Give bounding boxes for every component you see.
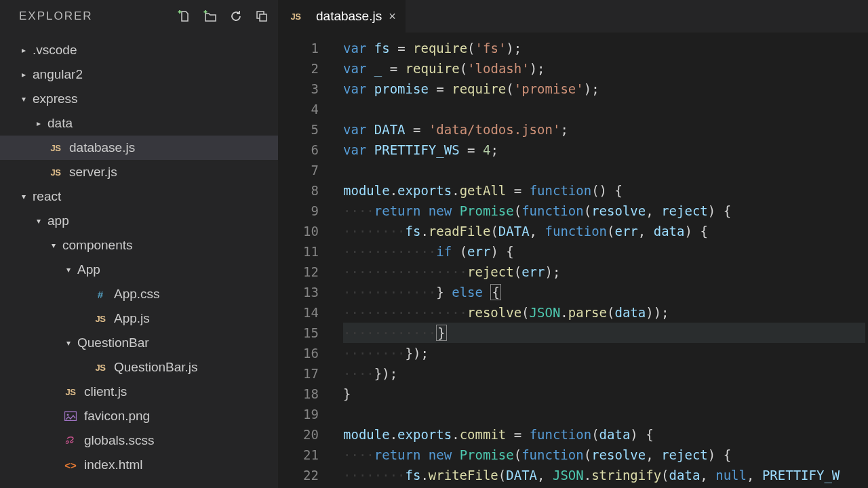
tree-label: data xyxy=(47,116,73,131)
code-line[interactable]: var _ = require('lodash'); xyxy=(343,58,868,79)
line-number: 8 xyxy=(278,180,319,201)
chevron-down-icon[interactable]: ▾ xyxy=(64,338,73,348)
folder-row[interactable]: ▾components xyxy=(0,233,278,258)
app-root: EXPLORER ▸.vscode▸angular2▾express▸dataJ… xyxy=(0,0,868,488)
line-number: 3 xyxy=(278,79,319,99)
tree-label: .vscode xyxy=(33,43,77,58)
folder-row[interactable]: ▾app xyxy=(0,209,278,233)
refresh-icon[interactable] xyxy=(229,9,243,23)
file-row[interactable]: favicon.png xyxy=(0,404,278,428)
line-number: 19 xyxy=(278,404,319,424)
explorer-title: EXPLORER xyxy=(19,9,93,23)
folder-row[interactable]: ▾QuestionBar xyxy=(0,331,278,355)
code-line[interactable]: ········fs.writeFile(DATA, JSON.stringif… xyxy=(343,465,868,485)
chevron-right-icon[interactable]: ▸ xyxy=(19,70,28,79)
chevron-down-icon[interactable]: ▾ xyxy=(19,192,28,201)
code-line[interactable]: ········}); xyxy=(343,343,868,363)
tree-label: App.js xyxy=(114,311,150,326)
line-number: 10 xyxy=(278,221,319,241)
tab-database-js[interactable]: JS database.js × xyxy=(278,0,406,33)
file-row[interactable]: JSApp.js xyxy=(0,306,278,331)
code-line[interactable]: var PRETTIFY_WS = 4; xyxy=(343,140,868,160)
code-line[interactable]: module.exports.commit = function(data) { xyxy=(343,424,868,445)
file-row[interactable]: JSclient.js xyxy=(0,380,278,404)
file-row[interactable]: globals.scss xyxy=(0,428,278,453)
chevron-down-icon[interactable]: ▾ xyxy=(64,265,73,274)
line-number: 12 xyxy=(278,262,319,282)
code-line[interactable]: module.exports.getAll = function() { xyxy=(343,180,868,201)
new-folder-icon[interactable] xyxy=(203,9,217,23)
svg-point-3 xyxy=(67,414,69,416)
line-number: 18 xyxy=(278,384,319,404)
line-number: 4 xyxy=(278,99,319,119)
code-line[interactable]: ····return new Promise(function(resolve,… xyxy=(343,445,868,465)
scss-icon xyxy=(62,434,79,447)
code-line[interactable]: ················resolve(JSON.parse(data)… xyxy=(343,302,868,323)
explorer-sidebar: EXPLORER ▸.vscode▸angular2▾express▸dataJ… xyxy=(0,0,278,488)
tree-label: QuestionBar.js xyxy=(114,360,198,375)
folder-row[interactable]: ▾App xyxy=(0,258,278,282)
folder-row[interactable]: ▸data xyxy=(0,111,278,136)
tree-label: components xyxy=(62,238,133,253)
new-file-icon[interactable] xyxy=(178,9,191,23)
folder-row[interactable]: ▾react xyxy=(0,184,278,209)
code-line[interactable] xyxy=(343,160,868,180)
code-line[interactable]: ············if (err) { xyxy=(343,241,868,262)
line-number: 13 xyxy=(278,282,319,302)
code-line[interactable]: ····}); xyxy=(343,363,868,384)
code-line[interactable]: ········fs.readFile(DATA, function(err, … xyxy=(343,221,868,241)
code-line[interactable]: } xyxy=(343,384,868,404)
chevron-down-icon[interactable]: ▾ xyxy=(34,216,43,226)
chevron-down-icon[interactable]: ▾ xyxy=(49,241,58,250)
file-row[interactable]: <>index.html xyxy=(0,453,278,477)
js-icon: JS xyxy=(62,387,79,397)
chevron-right-icon[interactable]: ▸ xyxy=(19,45,28,55)
file-row[interactable]: JSserver.js xyxy=(0,160,278,184)
line-number: 11 xyxy=(278,241,319,262)
line-number: 17 xyxy=(278,363,319,384)
code-line[interactable]: var DATA = 'data/todos.json'; xyxy=(343,119,868,140)
folder-row[interactable]: ▾express xyxy=(0,87,278,111)
code-line[interactable]: ············} xyxy=(343,323,865,343)
collapse-all-icon[interactable] xyxy=(255,9,269,23)
chevron-down-icon[interactable]: ▾ xyxy=(19,94,28,104)
tree-label: favicon.png xyxy=(84,409,150,424)
tree-label: globals.scss xyxy=(84,433,155,448)
line-number: 20 xyxy=(278,424,319,445)
chevron-right-icon[interactable]: ▸ xyxy=(34,119,43,128)
tree-label: index.html xyxy=(84,458,143,472)
code-line[interactable]: var fs = require('fs'); xyxy=(343,38,868,58)
line-number: 16 xyxy=(278,343,319,363)
code-line[interactable]: ················reject(err); xyxy=(343,262,868,282)
file-tree: ▸.vscode▸angular2▾express▸dataJSdatabase… xyxy=(0,33,278,488)
folder-row[interactable]: ▸angular2 xyxy=(0,62,278,87)
code-line[interactable]: ············} else { xyxy=(343,282,868,302)
svg-rect-1 xyxy=(260,14,267,21)
line-number: 7 xyxy=(278,160,319,180)
line-number: 6 xyxy=(278,140,319,160)
tab-label: database.js xyxy=(316,9,382,24)
tree-label: app xyxy=(47,214,69,228)
line-number: 15 xyxy=(278,323,319,343)
tree-label: react xyxy=(33,189,61,204)
image-icon xyxy=(62,411,79,421)
line-number: 21 xyxy=(278,445,319,465)
js-icon: JS xyxy=(47,167,64,178)
code-line[interactable] xyxy=(343,99,868,119)
html-icon: <> xyxy=(62,460,79,471)
file-row[interactable]: #App.css xyxy=(0,282,278,306)
code-line[interactable] xyxy=(343,404,868,424)
tree-label: angular2 xyxy=(33,67,83,82)
code-editor[interactable]: 12345678910111213141516171819202122 var … xyxy=(278,33,868,488)
editor-area: JS database.js × 12345678910111213141516… xyxy=(278,0,868,488)
code-line[interactable]: ····return new Promise(function(resolve,… xyxy=(343,201,868,221)
js-icon: JS xyxy=(92,363,108,373)
close-icon[interactable]: × xyxy=(389,9,396,24)
code-line[interactable]: var promise = require('promise'); xyxy=(343,79,868,99)
code-content[interactable]: var fs = require('fs');var _ = require('… xyxy=(334,33,868,488)
line-number: 5 xyxy=(278,119,319,140)
folder-row[interactable]: ▸.vscode xyxy=(0,38,278,62)
file-row[interactable]: JSdatabase.js xyxy=(0,136,278,160)
line-number: 9 xyxy=(278,201,319,221)
file-row[interactable]: JSQuestionBar.js xyxy=(0,355,278,380)
